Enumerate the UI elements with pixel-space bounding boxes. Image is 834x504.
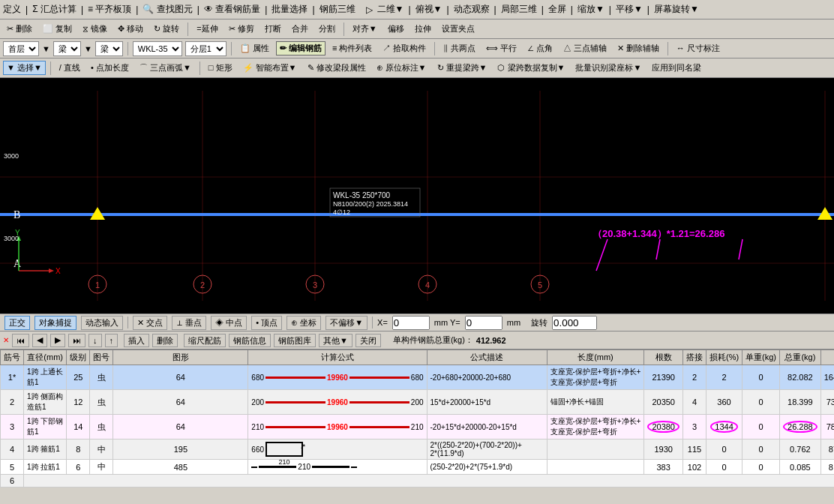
menu-find[interactable]: 🔍 查找图元	[142, 3, 192, 16]
btn-select[interactable]: ▼ 选择▼	[3, 61, 46, 75]
btn-re-pick[interactable]: ↻ 重提梁跨▼	[434, 61, 491, 75]
btn-modify-span[interactable]: ✎ 修改梁段属性	[304, 61, 370, 75]
btn-merge[interactable]: 合并	[288, 22, 312, 36]
btn-component-list[interactable]: ≡ 构件列表	[328, 41, 376, 56]
btn-ortho[interactable]: 正交	[4, 316, 30, 330]
layer-select[interactable]: 分层1	[185, 41, 226, 56]
table-row[interactable]: 2 1跨 侧面构造筋1 12 虫 64 200 19960 200	[1, 390, 835, 415]
btn-del-aux[interactable]: ✕ 删除辅轴	[614, 41, 663, 56]
btn-mirror[interactable]: ⧖ 镜像	[79, 22, 111, 36]
menu-dynamic[interactable]: 动态观察	[454, 3, 490, 16]
btn-dynamic-input[interactable]: 动态输入	[81, 316, 123, 330]
btn-span-copy[interactable]: ⬡ 梁跨数据复制▼	[494, 61, 568, 75]
menu-pan[interactable]: 平移▼	[616, 3, 643, 16]
btn-setpoint[interactable]: 设置夹点	[438, 22, 478, 36]
btn-scale-rebar[interactable]: 缩尺配筋	[184, 334, 226, 347]
btn-nav-prev[interactable]: ◀	[32, 334, 47, 347]
btn-midpoint[interactable]: ◈ 中点	[211, 316, 247, 330]
rotate-input[interactable]	[552, 316, 597, 330]
btn-three-arc[interactable]: ⌒ 三点画弧▼	[136, 61, 195, 75]
btn-stretch[interactable]: 拉伸	[411, 22, 435, 36]
btn-copy[interactable]: ⬜ 复制	[39, 22, 76, 36]
btn-point-angle[interactable]: ∠ 点角	[524, 41, 556, 56]
btn-close[interactable]: 关闭	[356, 334, 381, 347]
btn-extend[interactable]: =延伸	[193, 22, 221, 36]
btn-coordinate[interactable]: ⊕ 坐标	[286, 316, 321, 330]
cell-figure: 210 19960 210	[248, 415, 427, 440]
table-container[interactable]: 筋号 直径(mm) 级别 图号 图形 计算公式 公式描述 长度(mm) 根数 搭…	[0, 350, 834, 488]
btn-perpendicular[interactable]: ⊥ 垂点	[172, 316, 206, 330]
btn-trim[interactable]: ✂ 修剪	[225, 22, 258, 36]
btn-nav-first[interactable]: ⏮	[12, 334, 29, 347]
btn-nav-last[interactable]: ⏭	[68, 334, 86, 347]
table-row[interactable]: 1* 1跨 上通长筋1 25 虫 64 680 19960 680	[1, 365, 835, 390]
total-weight-value: 412.962	[476, 336, 506, 345]
btn-rebar-lib[interactable]: 钢筋图库	[274, 334, 316, 347]
cell-name: 1跨 侧面构造筋1	[24, 390, 67, 415]
btn-apply-same[interactable]: 应用到同名梁	[648, 61, 705, 75]
btn-intersection[interactable]: ✕ 交点	[133, 316, 167, 330]
menu-view[interactable]: 俯视▼	[416, 3, 442, 16]
btn-smart-layout[interactable]: ⚡ 智能布置▼	[239, 61, 301, 75]
btn-no-offset[interactable]: 不偏移▼	[326, 316, 368, 330]
menu-rotate[interactable]: 屏幕旋转▼	[654, 3, 699, 16]
btn-rotate[interactable]: ↻ 旋转	[150, 22, 183, 36]
member-name-select[interactable]: 梁	[95, 41, 123, 56]
th-roots: 根数	[644, 350, 683, 365]
table-row[interactable]: 5 1跨 拉筋1 6 中 485 210	[1, 460, 835, 475]
menu-sum[interactable]: Σ 汇总计算	[32, 3, 76, 16]
x-input[interactable]	[392, 316, 430, 330]
menu-2d[interactable]: 二维▼	[377, 3, 404, 16]
menu-zoom[interactable]: 缩放▼	[578, 3, 604, 16]
mm-label2: mm	[507, 318, 520, 327]
menu-fullscreen[interactable]: 全屏	[548, 3, 566, 16]
table-row[interactable]: 4 1跨 箍筋1 8 中 195 660 210 ↗	[1, 440, 835, 460]
menu-3d[interactable]: 钢筋三维	[320, 3, 356, 16]
table-row[interactable]: 6	[1, 475, 835, 488]
btn-delete-row[interactable]: 删除	[152, 334, 178, 347]
spec-select[interactable]: WKL-35	[133, 41, 182, 56]
btn-delete[interactable]: ✂ ✂ 删除删除	[3, 22, 36, 36]
btn-offset[interactable]: 偏移	[384, 22, 408, 36]
menu-define[interactable]: 定义	[3, 3, 21, 16]
btn-vertex[interactable]: • 顶点	[251, 316, 282, 330]
cell-grade: 虫	[90, 415, 113, 440]
y-input[interactable]	[465, 316, 502, 330]
cell-roots: 115	[682, 440, 706, 460]
btn-nav-down[interactable]: ↓	[88, 334, 102, 347]
btn-nav-up[interactable]: ↑	[105, 334, 118, 347]
member-type-select[interactable]: 梁	[53, 41, 81, 56]
btn-move[interactable]: ✥ 移动	[114, 22, 147, 36]
cell-unit-wt: 0.762	[780, 440, 821, 460]
btn-align[interactable]: 对齐▼	[349, 22, 381, 36]
btn-dimension[interactable]: ↔ 尺寸标注	[673, 41, 724, 56]
btn-two-point[interactable]: ∥ 共两点	[440, 41, 478, 56]
svg-text:（20.38+1.344）*1.21=26.286: （20.38+1.344）*1.21=26.286	[592, 228, 724, 239]
btn-batch-id[interactable]: 批量识别梁座标▼	[572, 61, 645, 75]
btn-origin-mark[interactable]: ⊕ 原位标注▼	[373, 61, 430, 75]
btn-osnap[interactable]: 对象捕捉	[34, 316, 76, 330]
table-row[interactable]: 3 1跨 下部钢筋1 14 虫 64 210 19960 210	[1, 415, 835, 440]
btn-rebar-info[interactable]: 钢筋信息	[229, 334, 271, 347]
btn-other[interactable]: 其他▼	[319, 334, 352, 347]
btn-break[interactable]: 打断	[261, 22, 285, 36]
btn-split[interactable]: 分割	[315, 22, 339, 36]
btn-parallel[interactable]: ⟺ 平行	[482, 41, 520, 56]
toolbar-edit: ✂ ✂ 删除删除 ⬜ 复制 ⧖ 镜像 ✥ 移动 ↻ 旋转 =延伸 ✂ 修剪 打断…	[0, 20, 834, 39]
btn-edit-rebar[interactable]: ✏ 编辑钢筋	[276, 41, 326, 56]
floor-select[interactable]: 首层	[3, 41, 39, 56]
menu-batch[interactable]: 批量选择	[272, 3, 308, 16]
btn-point-length[interactable]: • 点加长度	[87, 61, 133, 75]
btn-line[interactable]: / 直线	[56, 61, 84, 75]
menu-arrow[interactable]: ▷	[366, 4, 373, 15]
menu-local3d[interactable]: 局部三维	[501, 3, 537, 16]
canvas-svg: B A 1 2 3 4 5 WKL-35 250*700 N8100/200(2…	[0, 78, 834, 314]
btn-pick[interactable]: ↗ 拾取构件	[379, 41, 430, 56]
btn-nav-next[interactable]: ▶	[50, 334, 65, 347]
btn-properties[interactable]: 📋 属性	[236, 41, 273, 56]
menu-view-rebar[interactable]: 👁 查看钢筋量	[204, 3, 260, 16]
btn-rect[interactable]: □ 矩形	[205, 61, 236, 75]
btn-three-point[interactable]: △ 三点辅轴	[560, 41, 610, 56]
menu-align[interactable]: ≡ 平齐板顶	[88, 3, 131, 16]
btn-insert[interactable]: 插入	[124, 334, 149, 347]
